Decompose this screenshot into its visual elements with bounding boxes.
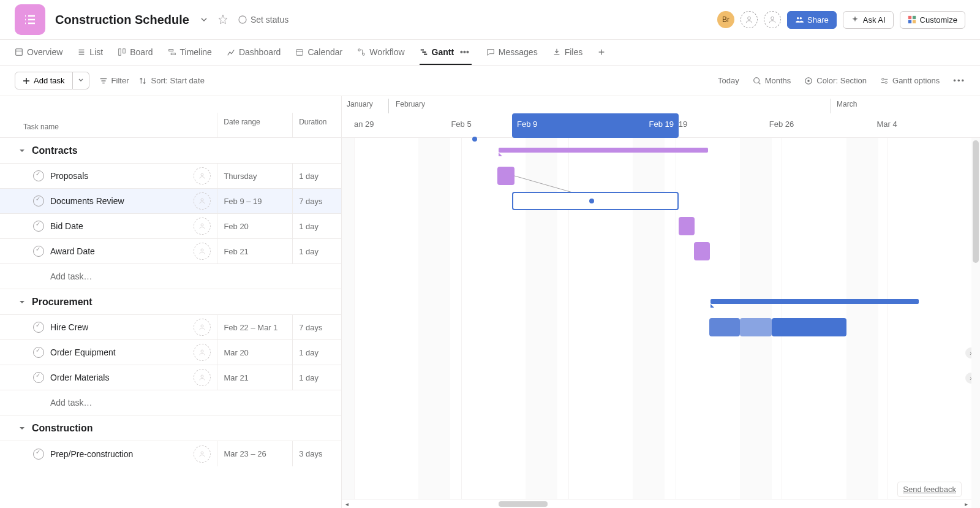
column-date-range[interactable]: Date range (217, 113, 292, 137)
complete-checkbox[interactable] (33, 449, 44, 460)
gantt-bar-hire-crew-weekend[interactable] (740, 318, 772, 336)
assignee-placeholder[interactable] (194, 445, 211, 463)
add-task-button[interactable]: Add task (15, 72, 73, 89)
scroll-right[interactable]: ▸ (962, 499, 970, 508)
assignee-placeholder[interactable] (194, 167, 211, 184)
calendar-icon (295, 48, 304, 56)
column-duration[interactable]: Duration (292, 113, 341, 137)
gantt-bar-hire-crew-2[interactable] (772, 318, 846, 336)
add-task-inline[interactable]: Add task… (0, 264, 341, 289)
share-button[interactable]: Share (787, 11, 837, 29)
zoom-icon (753, 77, 761, 85)
scrollbar-thumb[interactable] (973, 140, 979, 263)
svg-point-47 (201, 199, 203, 201)
ask-ai-label: Ask AI (863, 15, 886, 25)
tab-workflow[interactable]: Workflow (357, 40, 404, 65)
today-button[interactable]: Today (718, 76, 739, 85)
assignee-placeholder[interactable] (194, 344, 211, 361)
sort-button[interactable]: Sort: Start date (138, 76, 204, 85)
complete-checkbox[interactable] (33, 170, 44, 181)
assignee-placeholder[interactable] (194, 192, 211, 210)
scrollbar-thumb[interactable] (499, 501, 548, 507)
person-icon (198, 222, 206, 230)
task-row[interactable]: Order Materials Mar 21 1 day (0, 365, 341, 390)
complete-checkbox[interactable] (33, 372, 44, 383)
person-icon (198, 197, 206, 205)
color-icon (804, 77, 813, 85)
filter-icon (99, 77, 108, 85)
svg-point-51 (201, 350, 203, 352)
column-task-name[interactable]: Task name (0, 123, 217, 137)
tab-timeline[interactable]: Timeline (168, 40, 212, 65)
scroll-left[interactable]: ◂ (343, 499, 351, 508)
gantt-bar-award-date[interactable] (694, 242, 710, 260)
horizontal-scrollbar[interactable]: ◂ ▸ (342, 499, 971, 508)
zoom-months-button[interactable]: Months (753, 76, 791, 85)
tab-messages[interactable]: Messages (486, 40, 538, 65)
gantt-bar-documents-review[interactable] (512, 192, 679, 210)
complete-checkbox[interactable] (33, 322, 44, 333)
assignee-placeholder[interactable] (194, 319, 211, 336)
section-procurement[interactable]: Procurement (0, 289, 341, 315)
task-row[interactable]: Proposals Thursday 1 day (0, 164, 341, 189)
tab-gantt-more[interactable]: ••• (458, 47, 472, 57)
complete-checkbox[interactable] (33, 221, 44, 232)
add-task-inline[interactable]: Add task… (0, 390, 341, 415)
tab-gantt[interactable]: Gantt••• (420, 40, 472, 65)
chevron-down-icon (199, 15, 209, 25)
add-member-placeholder-2[interactable] (764, 11, 781, 28)
gantt-bar-hire-crew[interactable] (709, 318, 740, 336)
gantt-bar-bid-date[interactable] (679, 217, 695, 235)
tab-dashboard[interactable]: Dashboard (227, 40, 281, 65)
gantt-rows[interactable]: › › (342, 138, 980, 390)
user-avatar[interactable]: Br (717, 11, 734, 28)
tab-board[interactable]: Board (118, 40, 153, 65)
section-bar-contracts[interactable] (499, 148, 708, 153)
gantt-options-button[interactable]: Gantt options (880, 76, 940, 85)
assignee-placeholder[interactable] (194, 218, 211, 235)
assignee-placeholder[interactable] (194, 243, 211, 260)
ask-ai-button[interactable]: Ask AI (843, 11, 894, 29)
tab-calendar[interactable]: Calendar (295, 40, 342, 65)
svg-rect-24 (296, 49, 303, 55)
task-row[interactable]: Documents Review Feb 9 – 19 7 days (0, 189, 341, 214)
add-tab-button[interactable] (597, 40, 606, 65)
send-feedback-link[interactable]: Send feedback (897, 482, 962, 497)
add-member-placeholder[interactable] (741, 11, 758, 28)
task-row[interactable]: Order Equipment Mar 20 1 day (0, 340, 341, 365)
task-row[interactable]: Prep/Pre-construction Mar 23 – 26 3 days (0, 441, 341, 466)
more-options-button[interactable]: ••• (953, 76, 965, 85)
section-contracts[interactable]: Contracts (0, 138, 341, 164)
svg-point-6 (239, 16, 246, 23)
section-construction[interactable]: Construction (0, 415, 341, 441)
customize-button[interactable]: Customize (900, 11, 965, 29)
task-row[interactable]: Bid Date Feb 20 1 day (0, 214, 341, 239)
task-row[interactable]: Award Date Feb 21 1 day (0, 239, 341, 264)
svg-line-39 (758, 82, 760, 84)
favorite-button[interactable] (215, 12, 231, 28)
gantt-bar-proposals[interactable] (497, 167, 514, 185)
complete-checkbox[interactable] (33, 246, 44, 257)
tab-overview[interactable]: Overview (15, 40, 62, 65)
svg-point-8 (771, 17, 774, 20)
vertical-scrollbar[interactable] (971, 138, 980, 508)
board-icon (118, 48, 126, 56)
set-status-button[interactable]: Set status (238, 15, 288, 25)
complete-checkbox[interactable] (33, 195, 44, 207)
dependency-handle[interactable] (589, 199, 594, 203)
add-task-dropdown[interactable] (73, 72, 89, 89)
filter-button[interactable]: Filter (99, 76, 129, 85)
svg-point-48 (201, 224, 203, 226)
color-button[interactable]: Color: Section (804, 76, 867, 85)
tab-files[interactable]: Files (552, 40, 583, 65)
section-bar-procurement[interactable] (710, 299, 919, 304)
tab-list[interactable]: List (77, 40, 103, 65)
assignee-placeholder[interactable] (194, 369, 211, 386)
task-row[interactable]: Hire Crew Feb 22 – Mar 1 7 days (0, 315, 341, 340)
project-dropdown-button[interactable] (197, 12, 211, 27)
project-title[interactable]: Construction Schedule (55, 13, 189, 27)
chevron-down-icon (78, 77, 84, 83)
complete-checkbox[interactable] (33, 347, 44, 358)
view-tabs: Overview List Board Timeline Dashboard C… (0, 40, 980, 66)
column-headers: Task name Date range Duration (0, 96, 341, 138)
